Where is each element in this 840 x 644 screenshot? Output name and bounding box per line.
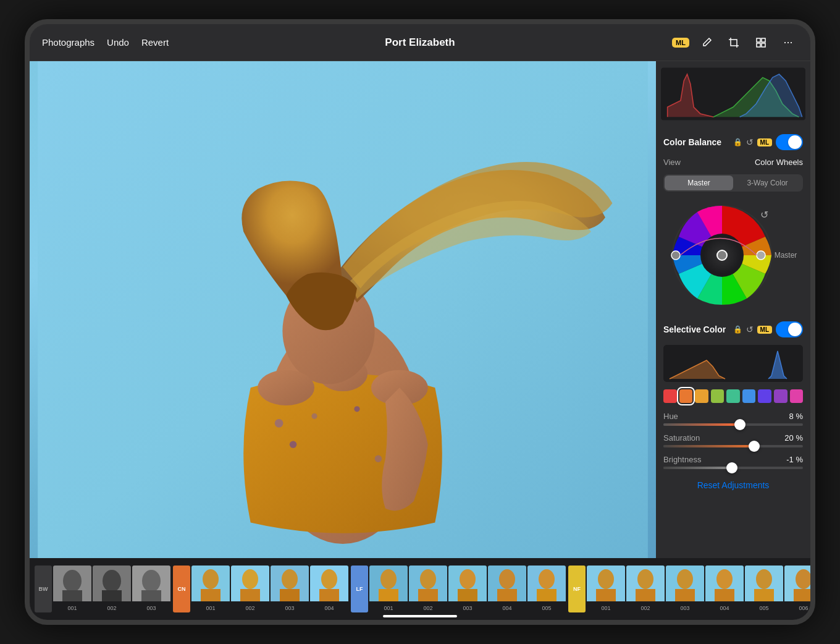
hue-fill	[663, 423, 740, 426]
film-num-lf-4: 004	[488, 604, 526, 612]
film-num-nf-2: 002	[626, 604, 665, 612]
svg-point-16	[354, 406, 359, 412]
film-thumb-cn-3[interactable]: 003	[271, 566, 309, 612]
swatch-pink[interactable]	[790, 389, 804, 403]
wheel-reset-icon[interactable]: ↺	[760, 209, 768, 221]
swatch-orange[interactable]	[679, 389, 693, 403]
hue-track[interactable]	[663, 423, 803, 426]
svg-rect-67	[596, 589, 616, 601]
hue-slider-row: Hue 8 %	[656, 408, 810, 430]
svg-rect-7	[757, 43, 760, 47]
ml-badge[interactable]: ML	[672, 38, 689, 48]
film-num-cn-4: 004	[310, 604, 348, 612]
master-btn[interactable]: Master	[665, 176, 733, 190]
film-group-bw: BW 001 002 003	[35, 566, 170, 612]
film-thumb-nf-5[interactable]: 005	[745, 566, 783, 612]
swatch-yellow-green[interactable]	[711, 389, 724, 403]
hue-value: 8 %	[789, 412, 803, 421]
hue-thumb[interactable]	[734, 419, 746, 430]
brightness-thumb[interactable]	[726, 462, 737, 473]
wheel-wrapper: ↺	[670, 203, 775, 310]
revert-button[interactable]: Revert	[141, 37, 169, 48]
film-num-lf-3: 003	[448, 604, 487, 612]
reset-adjustments-button[interactable]: Reset Adjustments	[656, 473, 810, 498]
brightness-value: -1 %	[786, 455, 803, 464]
svg-point-30	[63, 570, 82, 592]
svg-rect-46	[280, 589, 300, 601]
more-icon-btn[interactable]: ···	[778, 33, 798, 53]
svg-rect-40	[201, 589, 220, 601]
sc-histogram	[663, 345, 803, 382]
svg-point-33	[103, 570, 121, 592]
sc-ml-badge[interactable]: ML	[757, 326, 772, 334]
swatch-yellow[interactable]	[695, 389, 708, 403]
view-label: View	[663, 158, 755, 167]
film-thumb-lf-3[interactable]: 003	[448, 566, 487, 612]
film-thumb-lf-4[interactable]: 004	[488, 566, 526, 612]
svg-rect-64	[537, 589, 556, 601]
selective-color-toggle[interactable]	[776, 321, 803, 337]
saturation-track[interactable]	[663, 445, 803, 447]
swatch-blue[interactable]	[742, 389, 756, 403]
film-thumb-lf-1[interactable]: 001	[369, 566, 408, 612]
undo-button[interactable]: Undo	[107, 37, 129, 48]
color-segmented-control: Master 3-Way Color	[663, 174, 803, 192]
grid-icon-btn[interactable]	[751, 33, 771, 53]
film-thumb-nf-2[interactable]: 002	[626, 566, 665, 612]
svg-point-39	[203, 569, 219, 589]
film-group-lf: LF 001 002 003 004 005	[351, 566, 566, 612]
sc-reset-icon[interactable]: ↺	[746, 324, 754, 334]
histogram-chart	[661, 66, 805, 122]
pencil-icon-btn[interactable]	[697, 33, 716, 53]
film-thumb-bw-1[interactable]: 001	[53, 566, 91, 612]
view-value[interactable]: Color Wheels	[755, 158, 803, 167]
swatch-indigo[interactable]	[758, 389, 771, 403]
ipad-frame: Photographs Undo Revert Port Elizabeth M…	[25, 19, 815, 625]
svg-point-69	[637, 569, 653, 589]
svg-point-60	[499, 569, 515, 589]
film-label-bw: BW	[35, 566, 52, 612]
svg-point-25	[717, 250, 727, 260]
svg-point-15	[375, 455, 382, 462]
svg-rect-73	[675, 589, 695, 601]
photographs-link[interactable]: Photographs	[42, 37, 94, 48]
filmstrip: BW 001 002 003 CN 001 002	[30, 558, 810, 620]
cb-ml-badge[interactable]: ML	[757, 138, 772, 146]
film-thumb-bw-3[interactable]: 003	[132, 566, 170, 612]
photo-background	[30, 61, 656, 558]
film-thumb-nf-4[interactable]: 004	[705, 566, 744, 612]
film-thumb-lf-2[interactable]: 002	[409, 566, 447, 612]
svg-point-26	[671, 251, 680, 260]
saturation-thumb[interactable]	[749, 441, 760, 452]
crop-icon-btn[interactable]	[724, 33, 744, 53]
sc-lock-icon: 🔒	[733, 325, 742, 334]
swatch-purple[interactable]	[774, 389, 788, 403]
svg-rect-76	[715, 589, 734, 601]
film-thumb-cn-4[interactable]: 004	[310, 566, 348, 612]
film-thumb-nf-3[interactable]: 003	[666, 566, 704, 612]
svg-point-54	[420, 569, 436, 589]
way3-btn[interactable]: 3-Way Color	[733, 176, 802, 190]
brightness-track[interactable]	[663, 467, 803, 469]
brightness-slider-row: Brightness -1 %	[656, 451, 810, 473]
film-thumb-nf-6[interactable]: 006	[784, 566, 810, 612]
photo-svg	[30, 61, 656, 558]
svg-point-72	[677, 569, 693, 589]
film-thumb-nf-1[interactable]: 001	[587, 566, 625, 612]
film-group-nf: NF 001 002 003 004 005	[568, 566, 810, 612]
color-balance-toggle[interactable]	[776, 134, 803, 150]
film-thumb-cn-1[interactable]: 001	[191, 566, 230, 612]
svg-rect-58	[458, 589, 477, 601]
color-wheel-container: ↺	[656, 197, 810, 316]
svg-rect-6	[762, 38, 765, 42]
selective-color-header: Selective Color 🔒 ↺ ML	[656, 316, 810, 342]
film-thumb-lf-5[interactable]: 005	[527, 566, 566, 612]
swatch-red[interactable]	[663, 389, 677, 403]
cb-reset-icon[interactable]: ↺	[746, 137, 754, 147]
film-thumb-bw-2[interactable]: 002	[93, 566, 131, 612]
film-thumb-cn-2[interactable]: 002	[231, 566, 269, 612]
color-wheel-svg[interactable]	[670, 203, 775, 308]
svg-rect-31	[62, 590, 82, 601]
swatch-teal[interactable]	[726, 389, 740, 403]
svg-rect-5	[757, 38, 760, 42]
